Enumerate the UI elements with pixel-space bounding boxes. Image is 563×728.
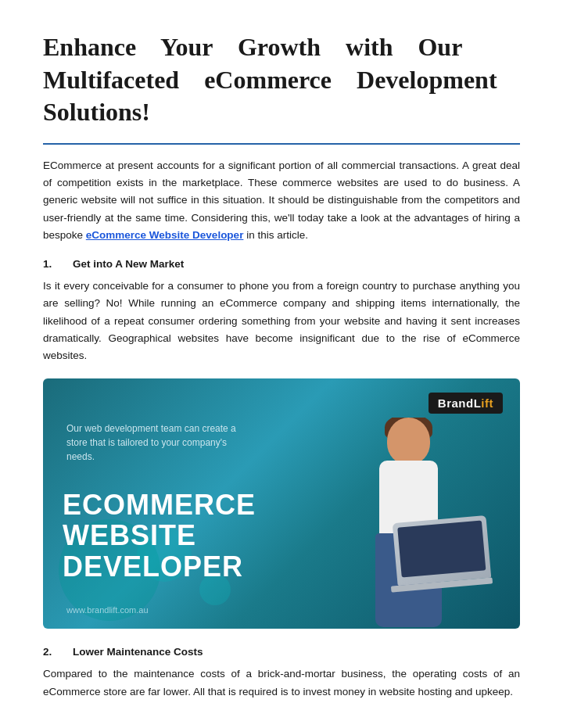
laptop-top — [393, 515, 492, 586]
ecommerce-developer-link[interactable]: eCommerce Website Developer — [86, 229, 244, 241]
banner-tagline: Our web development team can create a st… — [66, 421, 254, 464]
section2-number: 2. — [43, 646, 59, 658]
title-section: Enhance Your Growth with Our Multifacete… — [43, 31, 520, 129]
banner-line1: ECOMMERCE — [63, 490, 256, 521]
person-head — [387, 418, 430, 464]
banner-line2: WEBSITE — [63, 520, 256, 551]
banner-image: BrandLift Our web development team can c… — [43, 378, 520, 629]
section1-body: Is it every conceivable for a consumer t… — [43, 278, 520, 364]
banner-main-text: ECOMMERCE WEBSITE DEVELOPER — [63, 490, 256, 583]
banner-url: www.brandlift.com.au — [66, 605, 149, 615]
laptop-screen — [397, 521, 486, 578]
intro-paragraph: ECommerce at present accounts for a sign… — [43, 157, 520, 244]
section2-body: Compared to the maintenance costs of a b… — [43, 665, 520, 701]
title-divider — [43, 143, 520, 145]
section2-heading: 2. Lower Maintenance Costs — [43, 646, 520, 658]
section1-title: Get into A New Market — [73, 258, 184, 270]
section1-heading: 1. Get into A New Market — [43, 258, 520, 270]
page-title: Enhance Your Growth with Our Multifacete… — [43, 31, 520, 129]
section1-number: 1. — [43, 258, 59, 270]
banner-line3: DEVELOPER — [63, 551, 256, 583]
banner-person-figure — [317, 402, 489, 629]
section2-title: Lower Maintenance Costs — [73, 646, 203, 658]
